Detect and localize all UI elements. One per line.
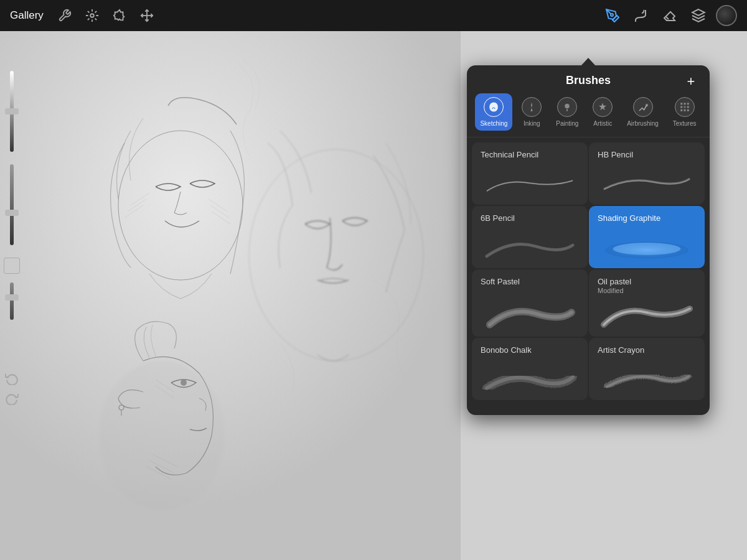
left-sidebar xyxy=(0,68,24,407)
shading-graphite-preview xyxy=(598,233,696,261)
svg-rect-33 xyxy=(687,110,688,111)
brush-item-shading-graphite[interactable]: Shading Graphite xyxy=(589,206,705,268)
svg-rect-32 xyxy=(684,110,685,111)
hb-pencil-preview xyxy=(598,169,696,197)
technical-pencil-preview xyxy=(481,169,579,197)
6b-pencil-preview xyxy=(481,233,579,261)
flow-slider[interactable] xyxy=(10,282,14,320)
brush-item-soft-pastel[interactable]: Soft Pastel xyxy=(472,269,588,337)
panel-header: Brushes + xyxy=(467,65,710,93)
svg-rect-29 xyxy=(684,106,685,108)
sketch-canvas[interactable] xyxy=(0,31,461,560)
tab-sketching[interactable]: Sketching xyxy=(475,93,512,131)
brush-item-bonobo-chalk[interactable]: Bonobo Chalk xyxy=(472,338,588,400)
add-brush-button[interactable]: + xyxy=(682,73,700,90)
toolbar-right xyxy=(601,4,737,27)
gallery-button[interactable]: Gallery xyxy=(10,9,44,22)
tab-airbrushing[interactable]: Airbrushing xyxy=(622,93,664,131)
svg-rect-28 xyxy=(680,106,682,108)
brush-item-oil-pastel[interactable]: Oil pastel true Modified xyxy=(589,269,705,337)
wrench-icon[interactable] xyxy=(54,4,76,27)
brushes-panel: Brushes + Sketching xyxy=(467,65,710,415)
tab-inking[interactable]: Inking xyxy=(517,93,547,131)
soft-pastel-preview xyxy=(481,301,579,329)
textures-label: Textures xyxy=(673,120,697,127)
oil-pastel-preview xyxy=(598,301,696,329)
svg-rect-25 xyxy=(680,103,682,105)
svg-rect-30 xyxy=(687,106,688,108)
artistic-label: Artistic xyxy=(593,120,612,127)
size-slider[interactable] xyxy=(10,164,14,245)
svg-rect-26 xyxy=(684,103,685,105)
canvas-area: Brushes + Sketching xyxy=(0,31,747,560)
artist-crayon-preview xyxy=(598,365,696,393)
brush-item-artist-crayon[interactable]: Artist Crayon xyxy=(589,338,705,400)
opacity-slider[interactable] xyxy=(10,71,14,152)
top-toolbar: Gallery xyxy=(0,0,747,31)
undo-button[interactable] xyxy=(3,370,21,387)
svg-rect-31 xyxy=(680,110,682,111)
brush-tool-button[interactable] xyxy=(630,4,652,27)
layers-button[interactable] xyxy=(687,4,710,27)
painting-label: Painting xyxy=(556,120,578,127)
category-tabs: Sketching Inking xyxy=(467,93,710,138)
airbrushing-icon xyxy=(633,97,653,117)
sketching-label: Sketching xyxy=(480,120,507,127)
color-swatch-button[interactable] xyxy=(4,258,20,274)
inking-label: Inking xyxy=(524,120,540,127)
redo-button[interactable] xyxy=(3,390,21,407)
svg-marker-4 xyxy=(692,9,705,16)
adjust-icon[interactable] xyxy=(81,4,103,27)
tab-artistic[interactable]: Artistic xyxy=(588,93,618,131)
size-thumb[interactable] xyxy=(5,210,19,216)
airbrushing-label: Airbrushing xyxy=(627,120,659,127)
brush-item-6b-pencil[interactable]: 6B Pencil xyxy=(472,206,588,268)
tab-painting[interactable]: Painting xyxy=(551,93,583,131)
selection-icon[interactable] xyxy=(108,4,131,27)
pencil-tool-button[interactable] xyxy=(601,4,624,27)
tab-textures[interactable]: Textures xyxy=(668,93,702,131)
artistic-icon xyxy=(593,97,613,117)
brush-grid: Technical Pencil HB Pencil xyxy=(467,138,710,405)
textures-icon xyxy=(675,97,695,117)
svg-rect-27 xyxy=(687,103,688,105)
painting-icon xyxy=(557,97,577,117)
transform-icon[interactable] xyxy=(136,4,158,27)
sketching-icon xyxy=(484,97,504,117)
svg-point-3 xyxy=(611,14,613,16)
svg-point-0 xyxy=(90,14,94,17)
brush-item-hb-pencil[interactable]: HB Pencil xyxy=(589,142,705,205)
inking-icon xyxy=(522,97,542,117)
color-picker-button[interactable] xyxy=(716,5,737,26)
svg-point-22 xyxy=(100,361,224,510)
bonobo-chalk-preview xyxy=(481,365,579,393)
svg-point-24 xyxy=(645,104,648,107)
svg-point-23 xyxy=(565,104,570,109)
toolbar-left-icons xyxy=(54,4,158,27)
panel-title: Brushes xyxy=(566,74,611,87)
brush-item-technical-pencil[interactable]: Technical Pencil xyxy=(472,142,588,205)
flow-thumb[interactable] xyxy=(5,294,19,301)
svg-point-35 xyxy=(613,243,681,255)
eraser-tool-button[interactable] xyxy=(659,4,681,27)
opacity-thumb[interactable] xyxy=(5,108,19,114)
